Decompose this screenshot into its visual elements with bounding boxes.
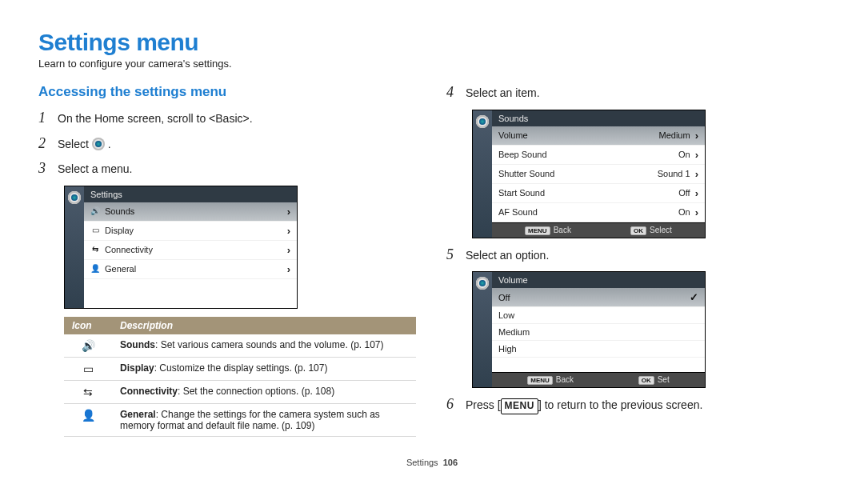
screen1-title: Settings — [84, 186, 297, 202]
menu-row-sounds: 🔊Sounds › — [84, 202, 297, 222]
speaker-icon: 🔊 — [90, 206, 100, 216]
camera-screen-volume: Volume Off ✓ Low Medium High — [472, 271, 706, 388]
step-number-6: 6 — [446, 396, 458, 414]
step-4-text: Select an item. — [466, 84, 540, 102]
menu-row-display: ▭Display › — [84, 222, 297, 241]
person-icon: 👤 — [82, 409, 95, 422]
screen3-title: Volume — [492, 272, 705, 288]
check-icon: ✓ — [690, 291, 698, 303]
screen2-footer: MENUBack OKSelect — [492, 222, 705, 238]
menu-badge: MENU — [525, 226, 550, 235]
volume-row-off: Off ✓ — [492, 288, 705, 307]
menu-button-icon: MENU — [501, 398, 538, 414]
connectivity-icon: ⇆ — [83, 386, 93, 398]
table-row: ⇆ Connectivity: Set the connection optio… — [64, 380, 416, 403]
menu-row-general: 👤General › — [84, 260, 297, 279]
step-number-1: 1 — [38, 110, 50, 127]
person-icon: 👤 — [90, 264, 100, 274]
page-subtitle: Learn to configure your camera's setting… — [38, 58, 826, 70]
menu-badge: MENU — [527, 376, 553, 385]
chevron-right-icon: › — [287, 225, 290, 237]
chevron-right-icon: › — [695, 206, 698, 218]
ok-badge: OK — [638, 376, 654, 385]
chevron-right-icon: › — [695, 130, 698, 142]
page-title: Settings menu — [38, 29, 826, 56]
sounds-row-beep: Beep Sound On› — [492, 146, 705, 165]
settings-gear-icon — [68, 191, 81, 204]
table-row: 👤 General: Change the settings for the c… — [64, 403, 416, 436]
table-header-description: Description — [112, 317, 416, 334]
chevron-right-icon: › — [695, 149, 698, 161]
settings-gear-icon — [92, 138, 105, 150]
table-row: 🔊 Sounds: Set various camera sounds and … — [64, 334, 416, 358]
sounds-row-start: Start Sound Off› — [492, 184, 705, 203]
camera-screen-sounds: Sounds Volume Medium› Beep Sound On› Shu… — [472, 110, 706, 238]
icon-description-table: Icon Description 🔊 Sounds: Set various c… — [64, 317, 416, 437]
step-3-text: Select a menu. — [58, 160, 132, 178]
screen3-footer: MENUBack OKSet — [492, 372, 705, 387]
sounds-row-shutter: Shutter Sound Sound 1› — [492, 165, 705, 184]
screen2-title: Sounds — [492, 110, 705, 126]
sounds-row-af: AF Sound On› — [492, 203, 705, 222]
display-icon: ▭ — [90, 226, 100, 235]
section-heading: Accessing the settings menu — [38, 84, 418, 100]
table-row: ▭ Display: Customize the display setting… — [64, 357, 416, 380]
speaker-icon: 🔊 — [82, 339, 95, 352]
chevron-right-icon: › — [695, 187, 698, 199]
volume-row-low: Low — [492, 307, 705, 324]
camera-screen-settings: Settings 🔊Sounds › ▭Display › ⇆Connectiv… — [64, 186, 298, 309]
menu-row-connectivity: ⇆Connectivity › — [84, 241, 297, 260]
volume-row-medium: Medium — [492, 324, 705, 341]
volume-row-high: High — [492, 341, 705, 358]
step-5-text: Select an option. — [466, 246, 549, 264]
step-number-2: 2 — [38, 135, 50, 153]
step-6-text: Press [MENU] to return to the previous s… — [466, 396, 702, 414]
step-number-4: 4 — [446, 84, 458, 102]
step-2-text: Select . — [58, 135, 111, 153]
settings-gear-icon — [476, 277, 489, 290]
step-number-3: 3 — [38, 160, 50, 178]
chevron-right-icon: › — [695, 168, 698, 180]
ok-badge: OK — [630, 226, 646, 235]
connectivity-icon: ⇆ — [90, 245, 100, 254]
chevron-right-icon: › — [287, 244, 290, 256]
chevron-right-icon: › — [287, 206, 290, 218]
step-number-5: 5 — [446, 246, 458, 264]
display-icon: ▭ — [83, 362, 94, 375]
chevron-right-icon: › — [287, 263, 290, 275]
step-1-text: On the Home screen, scroll to <Basic>. — [58, 110, 253, 127]
sounds-row-volume: Volume Medium› — [492, 126, 705, 146]
table-header-icon: Icon — [64, 317, 112, 334]
settings-gear-icon — [476, 115, 489, 128]
page-footer: Settings 106 — [0, 458, 864, 467]
